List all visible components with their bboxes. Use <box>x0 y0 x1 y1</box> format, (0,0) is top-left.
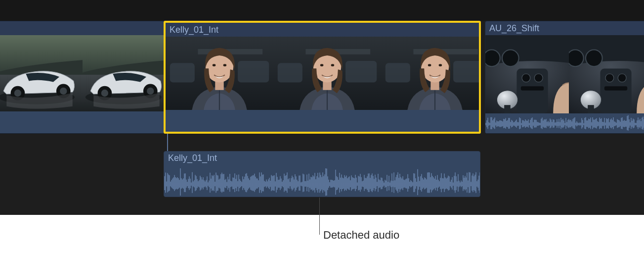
svg-rect-16 <box>238 61 269 83</box>
detached-audio-clip[interactable]: Kelly_01_Int <box>164 151 480 197</box>
annotation-area <box>0 215 644 254</box>
filmstrip <box>0 35 164 111</box>
svg-point-52 <box>605 74 614 82</box>
svg-point-39 <box>485 50 500 66</box>
clip-thumbnail <box>381 37 479 110</box>
video-clip[interactable] <box>0 21 165 134</box>
svg-point-53 <box>618 74 626 82</box>
svg-rect-54 <box>604 86 627 90</box>
filmstrip <box>485 35 644 113</box>
svg-point-21 <box>223 64 227 66</box>
svg-rect-31 <box>386 63 410 82</box>
clip-thumbnail <box>485 35 569 113</box>
svg-point-28 <box>320 64 324 66</box>
svg-point-50 <box>586 50 602 66</box>
svg-rect-23 <box>278 63 302 82</box>
clip-connector <box>167 134 168 151</box>
svg-point-42 <box>522 74 530 82</box>
svg-rect-44 <box>521 86 544 90</box>
clip-thumbnail <box>83 35 164 111</box>
svg-point-29 <box>331 64 335 66</box>
clip-title: Kelly_01_Int <box>168 153 217 163</box>
video-clip[interactable]: Kelly_01_Int <box>164 21 481 134</box>
clip-title: Kelly_01_Int <box>170 25 218 35</box>
svg-point-40 <box>502 50 519 66</box>
svg-rect-15 <box>170 63 195 82</box>
svg-point-13 <box>147 88 154 95</box>
clip-audio-lane[interactable] <box>0 111 164 133</box>
video-clip[interactable]: AU_26_Shift <box>485 21 644 134</box>
filmstrip <box>166 37 479 110</box>
annotation-leader-line <box>319 198 320 235</box>
audio-waveform[interactable] <box>164 168 480 197</box>
clip-title: AU_26_Shift <box>489 23 539 34</box>
svg-rect-41 <box>516 68 548 113</box>
annotation-label: Detached audio <box>323 229 399 242</box>
svg-point-37 <box>439 64 442 66</box>
clip-thumbnail <box>569 35 644 113</box>
svg-point-20 <box>213 64 216 66</box>
svg-rect-24 <box>345 61 377 83</box>
svg-rect-57 <box>588 105 594 113</box>
svg-point-36 <box>428 64 431 66</box>
clip-thumbnail <box>0 35 83 111</box>
timeline[interactable]: Kelly_01_Int <box>0 0 644 215</box>
clip-audio-lane[interactable] <box>485 113 644 133</box>
svg-rect-59 <box>164 168 480 197</box>
svg-rect-51 <box>600 68 631 113</box>
svg-point-49 <box>569 50 584 66</box>
clip-thumbnail <box>166 37 273 110</box>
svg-point-11 <box>101 90 108 97</box>
clip-audio-lane[interactable] <box>166 110 479 132</box>
svg-rect-47 <box>504 105 511 113</box>
clip-thumbnail <box>273 37 381 110</box>
timeline-top-strip <box>0 0 644 21</box>
svg-point-6 <box>60 88 67 95</box>
svg-point-4 <box>14 90 21 97</box>
svg-point-43 <box>534 74 543 82</box>
svg-rect-32 <box>453 61 479 83</box>
